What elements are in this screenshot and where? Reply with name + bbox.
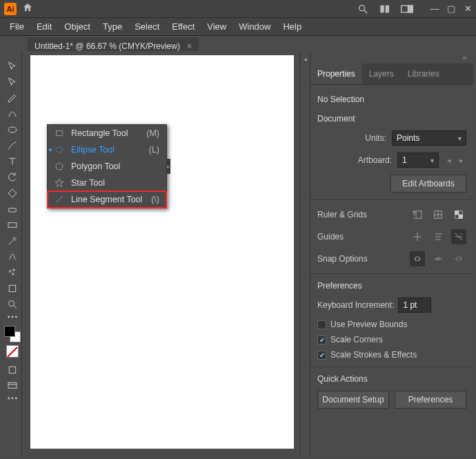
none-swatch-icon[interactable] [6, 345, 19, 358]
svg-point-32 [437, 257, 439, 260]
tool-direct-selection[interactable] [3, 74, 22, 90]
svg-line-28 [56, 196, 62, 202]
panel-menu-icon[interactable]: » [462, 53, 466, 61]
transparency-grid-icon[interactable] [451, 207, 466, 222]
tool-draw-normal[interactable] [3, 362, 22, 378]
use-preview-bounds-checkbox[interactable] [317, 320, 326, 329]
snap-point-icon[interactable] [410, 251, 425, 266]
flyout-polygon[interactable]: Polygon Tool [48, 158, 166, 175]
tab-layers[interactable]: Layers [362, 64, 401, 84]
arrange-docs-icon[interactable] [374, 0, 396, 18]
guides-label: Guides [317, 232, 344, 242]
menu-view[interactable]: View [201, 20, 232, 33]
tool-paintbrush[interactable] [3, 137, 22, 153]
scale-corners-checkbox[interactable]: ✔ [317, 335, 326, 344]
flyout-line-segment[interactable]: Line Segment Tool (\) [47, 191, 167, 208]
toolbar-edit[interactable] [3, 393, 22, 403]
tool-eyedropper[interactable] [3, 233, 22, 248]
app-logo[interactable]: Ai [4, 3, 17, 15]
svg-point-17 [15, 316, 17, 318]
svg-rect-12 [9, 285, 15, 291]
panel-collapse-strip[interactable]: ◂ [299, 51, 310, 456]
tool-gradient[interactable] [3, 217, 22, 233]
tab-libraries[interactable]: Libraries [401, 64, 446, 84]
menu-window[interactable]: Window [233, 20, 276, 33]
svg-line-14 [14, 306, 17, 309]
tool-artboard[interactable] [3, 280, 22, 296]
window-minimize[interactable]: — [426, 0, 443, 18]
svg-point-15 [8, 316, 9, 318]
menu-file[interactable]: File [4, 20, 30, 33]
artboard[interactable] [30, 55, 294, 449]
svg-rect-18 [9, 367, 15, 373]
tool-type[interactable] [3, 153, 22, 169]
units-select[interactable]: Points ▾ [392, 130, 466, 146]
flyout-tearoff-handle[interactable]: ▸ [166, 159, 170, 174]
flyout-item-label: Star Tool [71, 178, 105, 188]
flyout-star[interactable]: Star Tool [48, 175, 166, 191]
menu-effect[interactable]: Effect [166, 20, 200, 33]
tool-symbol-sprayer[interactable] [3, 264, 22, 280]
window-close[interactable]: ✕ [459, 0, 476, 18]
search-icon[interactable] [352, 0, 374, 18]
preferences-button[interactable]: Preferences [395, 391, 466, 409]
menu-help[interactable]: Help [277, 20, 307, 33]
grid-toggle-icon[interactable] [430, 207, 446, 222]
selection-status: No Selection [317, 95, 466, 104]
tool-curvature[interactable] [3, 106, 22, 121]
flyout-item-shortcut: (\) [151, 195, 159, 204]
units-label: Units: [365, 133, 386, 143]
guides-show-icon[interactable] [410, 229, 425, 244]
flyout-ellipse[interactable]: Ellipse Tool (L) [48, 141, 166, 158]
workspace-switcher-icon[interactable] [396, 0, 418, 18]
keyboard-increment-label: Keyboard Increment: [317, 300, 394, 310]
tool-shape[interactable] [3, 121, 22, 137]
shape-tool-flyout: Rectangle Tool (M) Ellipse Tool (L) Poly… [47, 124, 167, 208]
svg-point-9 [9, 270, 11, 272]
tool-blend[interactable] [3, 248, 22, 264]
canvas[interactable]: Rectangle Tool (M) Ellipse Tool (L) Poly… [22, 51, 299, 456]
fill-stroke-swatches[interactable] [4, 326, 21, 342]
edit-artboards-button[interactable]: Edit Artboards [390, 175, 466, 193]
tool-rotate[interactable] [3, 169, 22, 185]
menu-select[interactable]: Select [129, 20, 165, 33]
snap-options-label: Snap Options [317, 254, 368, 264]
snap-grid-icon[interactable] [430, 251, 446, 266]
document-tab-label: Untitled-1* @ 66.67 % (CMYK/Preview) [34, 41, 180, 51]
menu-object[interactable]: Object [59, 20, 96, 33]
guides-lock-icon[interactable] [430, 229, 446, 244]
svg-marker-27 [55, 179, 63, 187]
artboard-select[interactable]: 1 ▾ [397, 153, 439, 168]
snap-pixel-icon[interactable] [451, 251, 466, 266]
artboard-prev[interactable]: ◂ [444, 156, 454, 165]
menu-edit[interactable]: Edit [31, 20, 57, 33]
titlebar: Ai — ▢ ✕ [0, 0, 476, 18]
close-icon[interactable]: × [187, 41, 192, 51]
ruler-grids-label: Ruler & Grids [317, 210, 367, 219]
menu-type[interactable]: Type [97, 20, 128, 33]
tool-shape-builder[interactable] [3, 185, 22, 201]
tool-zoom[interactable] [3, 296, 22, 312]
document-setup-button[interactable]: Document Setup [317, 391, 389, 409]
svg-point-25 [56, 148, 63, 153]
document-section-header: Document [317, 114, 466, 124]
tool-screen-mode[interactable] [3, 378, 22, 393]
toolbar [3, 51, 22, 456]
tab-properties[interactable]: Properties [310, 64, 362, 84]
fill-swatch[interactable] [4, 326, 15, 337]
flyout-item-shortcut: (L) [149, 145, 159, 155]
scale-strokes-checkbox[interactable]: ✔ [317, 351, 326, 360]
tool-more[interactable] [3, 312, 22, 322]
rulers-toggle-icon[interactable] [410, 207, 425, 222]
tool-pen[interactable] [3, 90, 22, 106]
keyboard-increment-field[interactable]: 1 pt [398, 297, 431, 313]
window-maximize[interactable]: ▢ [443, 0, 459, 18]
artboard-next[interactable]: ▸ [457, 156, 466, 165]
menubar: File Edit Object Type Select Effect View… [0, 18, 476, 36]
tool-eraser[interactable] [3, 201, 22, 217]
home-icon[interactable] [22, 2, 33, 15]
smart-guides-icon[interactable] [451, 229, 466, 244]
tool-selection[interactable] [3, 58, 22, 74]
svg-point-22 [12, 398, 13, 399]
flyout-rectangle[interactable]: Rectangle Tool (M) [48, 125, 166, 141]
